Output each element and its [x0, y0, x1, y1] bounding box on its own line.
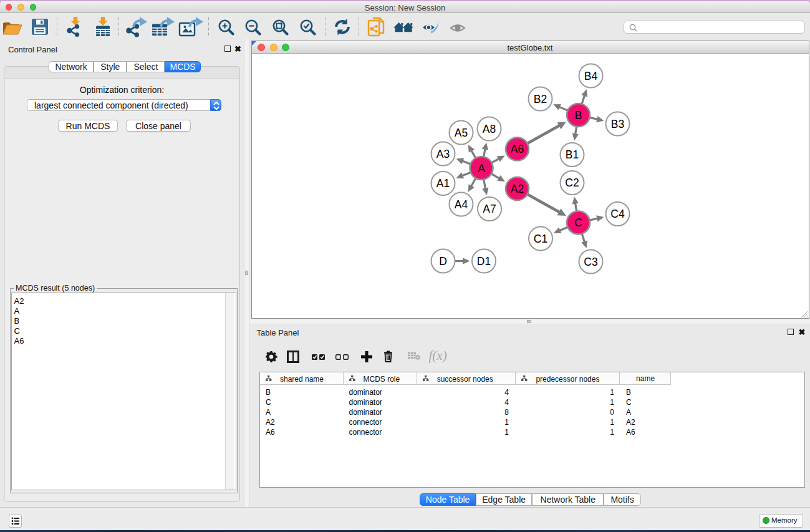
svg-text:A5: A5	[455, 126, 468, 138]
svg-text:A8: A8	[483, 122, 496, 135]
svg-text:B2: B2	[534, 92, 547, 105]
svg-text:A7: A7	[483, 203, 496, 215]
svg-text:B4: B4	[584, 69, 598, 82]
svg-text:C1: C1	[534, 232, 547, 244]
svg-text:A3: A3	[436, 147, 450, 160]
svg-text:C: C	[574, 216, 582, 229]
svg-text:A4: A4	[455, 198, 468, 210]
svg-text:A1: A1	[436, 177, 450, 190]
svg-text:B: B	[575, 109, 582, 121]
svg-text:C2: C2	[565, 177, 579, 189]
svg-text:A: A	[478, 162, 485, 174]
svg-text:B1: B1	[566, 148, 579, 161]
svg-text:A2: A2	[511, 182, 524, 195]
svg-text:D: D	[439, 254, 447, 267]
svg-text:D1: D1	[477, 254, 491, 267]
svg-text:C3: C3	[584, 255, 597, 268]
svg-text:C4: C4	[610, 208, 625, 220]
svg-text:B3: B3	[611, 117, 624, 130]
svg-text:A6: A6	[511, 143, 524, 155]
